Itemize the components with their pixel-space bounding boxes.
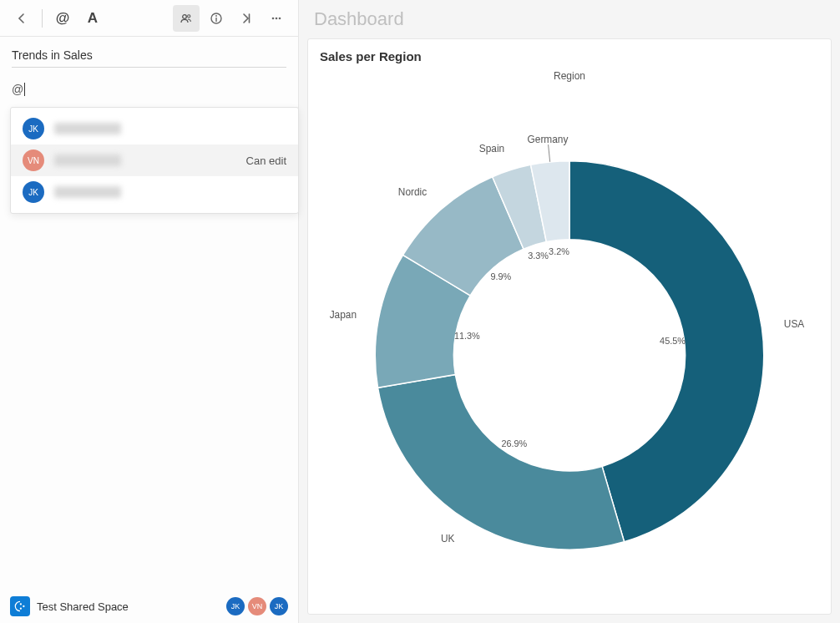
svg-point-1 <box>188 14 190 17</box>
text-format-button[interactable]: A <box>79 5 106 32</box>
chevron-left-icon <box>15 12 28 25</box>
slice-percent: 45.5% <box>660 336 686 346</box>
svg-point-9 <box>20 603 22 605</box>
toolbar-divider <box>42 9 43 28</box>
mention-button[interactable]: @ <box>49 5 76 32</box>
panel-footer: Test Shared Space JKVNJK <box>0 590 298 623</box>
skip-end-icon <box>240 12 253 25</box>
mention-item[interactable]: JK <box>11 113 298 144</box>
main-area: Dashboard Sales per Region Region USA45.… <box>299 0 840 623</box>
text-cursor <box>24 83 25 96</box>
mention-name-redacted <box>54 186 121 198</box>
avatar: VN <box>248 597 266 615</box>
chart-legend-title: Region <box>313 70 826 82</box>
panel-toolbar: @ A <box>0 0 298 37</box>
avatar: VN <box>23 149 44 171</box>
avatar: JK <box>23 181 44 203</box>
donut-slice[interactable] <box>378 375 625 550</box>
slice-percent: 11.3% <box>454 331 480 341</box>
more-horizontal-icon <box>270 12 283 25</box>
svg-point-3 <box>215 15 217 17</box>
chart-body[interactable]: USA45.5%UK26.9%Japan11.3%Nordic9.9%Spain… <box>313 85 826 605</box>
note-title: Trends in Sales <box>12 48 286 68</box>
slice-percent: 3.3% <box>528 251 549 261</box>
slice-label: Germany <box>528 134 569 145</box>
svg-point-11 <box>23 605 24 607</box>
chart-title: Sales per Region <box>313 44 826 65</box>
chart-card: Sales per Region Region USA45.5%UK26.9%J… <box>307 38 832 615</box>
slice-label: Japan <box>330 309 357 321</box>
note-input[interactable]: @ <box>12 83 286 96</box>
text-a-icon: A <box>88 10 98 27</box>
slice-label: Spain <box>479 143 504 154</box>
label-leader-line <box>549 144 550 162</box>
info-button[interactable] <box>203 5 230 32</box>
more-button[interactable] <box>263 5 290 32</box>
info-icon <box>210 12 223 25</box>
slice-label: Nordic <box>398 186 427 198</box>
mention-dropdown: JKVNCan editJK <box>10 107 299 214</box>
note-input-text: @ <box>12 83 23 96</box>
svg-point-0 <box>183 14 187 18</box>
mention-name-redacted <box>54 154 121 166</box>
donut-chart: USA45.5%UK26.9%Japan11.3%Nordic9.9%Spain… <box>313 85 826 605</box>
skip-end-button[interactable] <box>233 5 260 32</box>
mention-permission: Can edit <box>246 154 286 167</box>
svg-point-8 <box>279 17 281 19</box>
avatar: JK <box>226 597 245 615</box>
slice-percent: 3.2% <box>549 246 569 256</box>
space-name: Test Shared Space <box>37 600 220 613</box>
mention-item[interactable]: VNCan edit <box>11 144 298 176</box>
mention-name-redacted <box>54 123 121 134</box>
svg-point-6 <box>272 17 275 19</box>
notes-panel: @ A Trends in Sales @ JKVNCan editJK <box>0 0 299 623</box>
people-icon <box>180 12 193 25</box>
slice-percent: 26.9% <box>501 438 527 448</box>
avatar: JK <box>270 597 288 615</box>
space-member-avatars: JKVNJK <box>226 597 288 615</box>
svg-point-10 <box>20 607 22 609</box>
svg-point-7 <box>276 17 278 19</box>
svg-rect-4 <box>215 18 216 22</box>
note-content: Trends in Sales @ <box>0 37 298 96</box>
mention-item[interactable]: JK <box>11 176 298 208</box>
space-icon <box>10 596 30 616</box>
slice-label: USA <box>784 318 804 330</box>
avatar: JK <box>23 118 44 139</box>
slice-label: UK <box>441 533 455 544</box>
back-button[interactable] <box>8 5 35 32</box>
at-icon: @ <box>56 10 70 27</box>
slice-percent: 9.9% <box>490 271 511 281</box>
people-button[interactable] <box>173 5 200 32</box>
page-title: Dashboard <box>299 0 840 33</box>
